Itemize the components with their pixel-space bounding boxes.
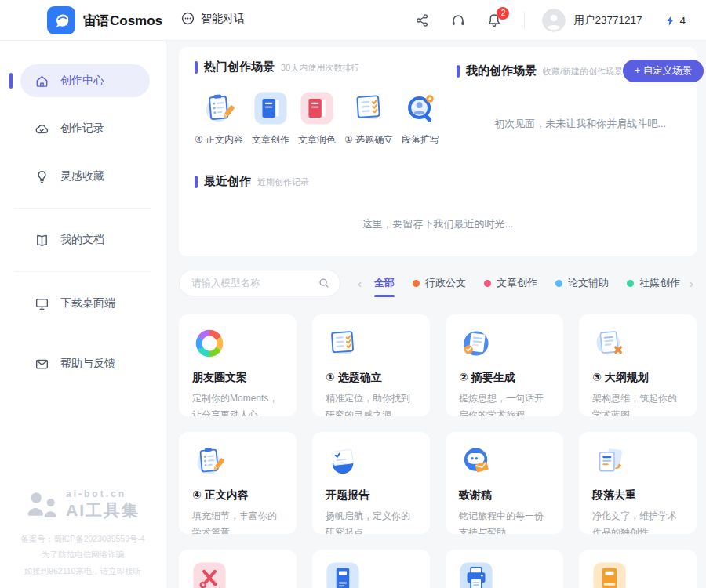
scissors-icon [192,561,227,588]
hot-scene-label: ④ 正文内容 [195,133,243,147]
nav-smart-chat-label: 智能对话 [201,12,245,26]
main-content: 热门创作场景 30天内使用次数排行 ④ 正文内容 文章创作 文章润色 [166,41,706,588]
mail-icon [35,357,49,372]
summary-doc-icon [459,326,493,361]
magnifier-person-icon [402,90,439,126]
lightning-icon [665,15,675,27]
section-title: 热门创作场景 [204,60,275,74]
sidebar-divider [14,208,151,209]
sidebar-divider [14,271,151,272]
tab-admin-documents[interactable]: 行政公文 [413,269,466,297]
nav-smart-chat[interactable]: 智能对话 [180,11,245,26]
sidebar-item-label: 我的文档 [60,233,104,247]
home-icon [35,74,49,89]
hot-scene-article-polish[interactable]: 文章润色 [298,90,336,147]
tab-label: 论文辅助 [568,276,609,290]
sidebar-item-inspiration[interactable]: 灵感收藏 [20,160,150,193]
card-title: 朋友圈文案 [192,371,283,385]
search-icon[interactable] [318,278,329,289]
card-partial[interactable] [579,550,697,588]
tab-article-writing[interactable]: 文章创作 [484,269,537,297]
card-outline-planning[interactable]: ③ 大纲规划 架构思维，筑起你的学术蓝图 [579,314,697,416]
card-body-content[interactable]: ④ 正文内容 填充细节，丰富你的学术篇章 [179,432,297,534]
app-title: 宙语Cosmos [83,12,162,30]
headset-icon[interactable] [450,13,466,28]
card-title: 段落去重 [592,488,683,503]
hot-scene-label: 文章润色 [298,133,336,147]
checklist-icon [351,90,387,126]
card-desc: 精准定位，助你找到研究的灵感之源 [326,390,417,416]
blue-book-alt-icon [326,561,360,588]
recent-empty-text: 这里，要留存下我们最近的时光... [195,217,681,231]
hot-scene-body-content[interactable]: ④ 正文内容 [195,90,243,147]
sidebar-item-my-documents[interactable]: 我的文档 [20,223,150,256]
sidebar-item-label: 创作中心 [60,74,104,88]
username: 用户23771217 [573,13,642,27]
my-scenes-empty-text: 初次见面，未来让我和你并肩战斗吧... [457,117,704,131]
card-title: ② 摘要生成 [459,371,550,385]
sidebar-item-creation-center[interactable]: 创作中心 [20,64,150,97]
icp-line: 备案号：蜀ICP备2023039559号-4 [0,531,166,546]
tab-thesis-assist[interactable]: 论文辅助 [555,269,609,297]
card-proposal-report[interactable]: 开题报告 扬帆启航，定义你的研究起点 [312,432,430,534]
card-partial[interactable] [446,550,563,588]
sidebar-item-creation-history[interactable]: 创作记录 [20,112,150,145]
sidebar-item-help-feedback[interactable]: 帮助与反馈 [20,347,150,380]
clipboard-pencil-icon [192,444,227,478]
app-header: 宙语Cosmos 智能对话 2 用户23771217 4 [0,0,706,41]
icp-line: 如接到962110来电，请立即接听 [0,563,166,579]
energy-indicator[interactable]: 4 [665,15,686,27]
thanks-bubble-icon [459,444,493,478]
card-desc: 提炼思想，一句话开启你的学术旅程 [459,390,550,416]
card-title: ③ 大纲规划 [592,371,683,385]
checklist-icon [326,326,360,361]
card-partial[interactable] [179,550,297,588]
my-scenes-section: 我的创作场景 收藏/新建的创作场景 + 自定义场景 初次见面，未来让我和你并肩战… [442,60,704,163]
proposal-doc-icon [326,444,360,478]
energy-count: 4 [679,15,686,27]
tabs-scroll-left[interactable]: ‹ [355,277,365,290]
tabs-scroll-right[interactable]: › [686,277,697,290]
scenes-panel: 热门创作场景 30天内使用次数排行 ④ 正文内容 文章创作 文章润色 [179,47,697,256]
card-acknowledgement[interactable]: 致谢稿 铭记旅程中的每一份支持与帮助 [446,432,563,534]
blue-book-icon [253,90,289,126]
hot-scene-label: ① 选题确立 [344,133,393,147]
ai-toolset-logo-icon [26,491,59,519]
section-title: 最近创作 [204,174,251,189]
card-moments-copy[interactable]: 朋友圈文案 定制你的Moments，让分享更动人心 [179,314,297,416]
category-dot [627,280,634,287]
bell-icon[interactable]: 2 [486,13,502,28]
monitor-icon [35,296,49,311]
sidebar-item-desktop-download[interactable]: 下载桌面端 [20,287,150,320]
card-partial[interactable] [312,550,430,588]
card-topic-selection[interactable]: ① 选题确立 精准定位，助你找到研究的灵感之源 [312,314,430,416]
hot-scene-label: 段落扩写 [402,133,439,147]
dedupe-doc-icon [592,444,627,478]
footer-brand[interactable]: ai-bot.cn AI工具集 [0,488,166,521]
card-title: 致谢稿 [459,488,550,503]
hot-scene-article-writing[interactable]: 文章创作 [252,90,289,147]
avatar[interactable] [542,9,566,32]
icp-line: 为了防范电信网络诈骗 [0,546,166,562]
tab-social-media[interactable]: 社媒创作 [627,269,680,297]
card-desc: 扬帆启航，定义你的研究起点 [326,508,417,534]
section-subtitle: 收藏/新建的创作场景 [543,66,623,78]
custom-scene-button[interactable]: + 自定义场景 [623,60,704,82]
category-dot [413,280,420,287]
model-search-box[interactable] [179,270,340,296]
card-desc: 架构思维，筑起你的学术蓝图 [592,390,683,416]
card-paragraph-dedupe[interactable]: 段落去重 净化文字，维护学术作品的独创性 [579,432,697,534]
share-icon[interactable] [414,13,430,28]
search-input[interactable] [191,278,318,289]
sidebar-item-label: 下载桌面端 [60,296,115,310]
tab-all[interactable]: 全部 [374,269,395,297]
section-title: 我的创作场景 [466,64,537,78]
card-desc: 铭记旅程中的每一份支持与帮助 [459,508,550,534]
tab-label: 文章创作 [497,276,537,290]
hot-scene-paragraph-expand[interactable]: 段落扩写 [402,90,439,147]
hot-scene-topic-selection[interactable]: ① 选题确立 [344,90,393,147]
app-brand[interactable]: 宙语Cosmos [47,6,162,34]
card-abstract-generation[interactable]: ② 摘要生成 提炼思想，一句话开启你的学术旅程 [446,314,563,416]
printer-icon [459,561,493,588]
clipboard-pencil-icon [201,90,237,126]
